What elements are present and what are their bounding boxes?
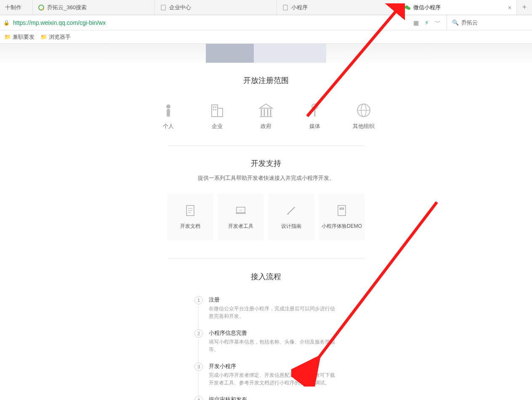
step-number: 4 bbox=[194, 396, 203, 400]
page-icon bbox=[160, 4, 167, 11]
bolt-icon[interactable]: ⚡︎ bbox=[425, 19, 429, 26]
step-desc: 填写小程序基本信息，包括名称、头像、介绍及服务范围等。 bbox=[209, 338, 338, 353]
scope-label: 企业 bbox=[212, 123, 223, 130]
step-title: 小程序信息完善 bbox=[209, 329, 338, 337]
svg-marker-14 bbox=[260, 104, 272, 108]
step-number: 3 bbox=[194, 363, 203, 371]
flow-section: 接入流程 1 注册 在微信公众平台注册小程序，完成注册后可以同步进行信息完善和开… bbox=[0, 259, 532, 400]
new-tab-button[interactable]: + bbox=[517, 0, 532, 15]
qr-icon[interactable]: ▦ bbox=[413, 19, 419, 26]
svg-rect-9 bbox=[218, 108, 223, 117]
svg-text:DEM: DEM bbox=[340, 208, 343, 210]
step-number: 1 bbox=[194, 296, 203, 304]
scope-title: 开放注册范围 bbox=[0, 75, 532, 85]
chevron-down-icon[interactable]: ﹀ bbox=[435, 19, 441, 27]
svg-text:</>: </> bbox=[239, 209, 243, 211]
card-label: 设计指南 bbox=[281, 223, 301, 230]
svg-rect-8 bbox=[212, 105, 218, 117]
scope-personal: 个人 bbox=[155, 101, 182, 130]
bookmark-label: 浏览器手 bbox=[49, 33, 71, 41]
scope-row: 个人 企业 政府 NEWS 媒体 其他组织 bbox=[0, 101, 532, 145]
scope-section: 开放注册范围 个人 企业 政府 NEWS 媒体 其他组织 bbox=[0, 63, 532, 146]
card-docs[interactable]: 开发文档 bbox=[167, 194, 213, 240]
folder-icon: 📁 bbox=[40, 34, 47, 40]
step-register: 1 注册 在微信公众平台注册小程序，完成注册后可以同步进行信息完善和开发。 bbox=[194, 296, 338, 320]
browser-search[interactable]: 🔍 乔拓云 bbox=[447, 15, 529, 30]
scope-label: 政府 bbox=[261, 123, 271, 130]
globe-icon bbox=[355, 101, 372, 119]
cards-row: 开发文档 </> 开发者工具 设计指南 DEM 小程序体验DEMO bbox=[0, 194, 532, 259]
card-design[interactable]: 设计指南 bbox=[268, 194, 314, 240]
svg-point-5 bbox=[407, 7, 410, 9]
bookmark-jianzhi[interactable]: 📁 兼职要发 bbox=[4, 33, 35, 41]
person-icon bbox=[160, 101, 177, 119]
tab-miniprogram[interactable]: 小程序 bbox=[277, 0, 399, 15]
tab-enterprise[interactable]: 企业中心 bbox=[155, 0, 277, 15]
close-icon[interactable]: × bbox=[508, 4, 511, 11]
tab-wechat-mp[interactable]: 微信小程序 × bbox=[399, 0, 517, 15]
step-title: 提交审核和发布 bbox=[209, 396, 338, 400]
scope-label: 个人 bbox=[163, 123, 174, 130]
svg-marker-34 bbox=[287, 214, 289, 215]
hero-banner bbox=[0, 44, 532, 63]
card-label: 小程序体验DEMO bbox=[322, 223, 362, 230]
page-icon bbox=[282, 4, 289, 11]
toolbar-right: ▦ ⚡︎ ﹀ bbox=[413, 19, 443, 27]
card-devtools[interactable]: </> 开发者工具 bbox=[218, 194, 264, 240]
tab-label: 企业中心 bbox=[169, 4, 191, 11]
card-demo[interactable]: DEM 小程序体验DEMO bbox=[319, 194, 365, 240]
svg-rect-3 bbox=[283, 5, 287, 10]
scope-enterprise: 企业 bbox=[204, 101, 231, 130]
card-label: 开发者工具 bbox=[228, 223, 253, 230]
tab-label: 乔拓云_360搜索 bbox=[47, 4, 87, 11]
bookmarks-bar: 📁 兼职要发 📁 浏览器手 bbox=[0, 30, 532, 44]
tab-search[interactable]: 乔拓云_360搜索 bbox=[33, 0, 155, 15]
svg-text:NEWS: NEWS bbox=[312, 106, 317, 108]
svg-point-6 bbox=[166, 104, 170, 109]
bookmark-label: 兼职要发 bbox=[13, 33, 35, 41]
tab-label: 微信小程序 bbox=[413, 4, 441, 11]
government-icon bbox=[257, 101, 275, 119]
step-info: 2 小程序信息完善 填写小程序基本信息，包括名称、头像、介绍及服务范围等。 bbox=[194, 329, 338, 353]
step-desc: 完成小程序开发者绑定、开发信息配置后，开发者可下载开发者工具、参考开发文档进行小… bbox=[209, 371, 338, 387]
hero-image-placeholder bbox=[206, 44, 326, 63]
step-connector bbox=[198, 339, 199, 362]
step-title: 注册 bbox=[209, 296, 338, 304]
page-content: 开放注册范围 个人 企业 政府 NEWS 媒体 其他组织 bbox=[0, 44, 532, 400]
card-label: 开发文档 bbox=[180, 223, 200, 230]
step-number: 2 bbox=[194, 329, 203, 338]
flow-title: 接入流程 bbox=[0, 272, 532, 282]
folder-icon: 📁 bbox=[4, 34, 11, 40]
step-connector bbox=[198, 306, 199, 328]
step-title: 开发小程序 bbox=[209, 363, 338, 370]
building-icon bbox=[208, 101, 226, 119]
scope-other: 其他组织 bbox=[350, 101, 377, 130]
scope-label: 其他组织 bbox=[353, 123, 375, 130]
scope-government: 政府 bbox=[253, 101, 279, 130]
demo-icon: DEM bbox=[335, 204, 348, 217]
browser-tab-bar: 十制作 乔拓云_360搜索 企业中心 小程序 微信小程序 × + bbox=[0, 0, 532, 15]
address-bar: 🔒 ▦ ⚡︎ ﹀ 🔍 乔拓云 bbox=[0, 15, 532, 30]
search-text: 乔拓云 bbox=[461, 19, 478, 27]
svg-rect-10 bbox=[213, 107, 214, 108]
tab-label: 十制作 bbox=[5, 4, 21, 11]
svg-line-33 bbox=[288, 207, 295, 214]
svg-rect-35 bbox=[338, 205, 346, 216]
step-desc: 在微信公众平台注册小程序，完成注册后可以同步进行信息完善和开发。 bbox=[209, 305, 338, 320]
microphone-icon: NEWS bbox=[306, 101, 324, 119]
step-publish: 4 提交审核和发布 完成小程序开发后，提交代码至微信团队审核，审核通过后即可发布… bbox=[194, 396, 338, 400]
step-develop: 3 开发小程序 完成小程序开发者绑定、开发信息配置后，开发者可下载开发者工具、参… bbox=[194, 363, 338, 387]
pencil-icon bbox=[285, 204, 298, 217]
svg-rect-12 bbox=[213, 109, 214, 110]
qihoo-icon bbox=[38, 4, 45, 11]
tab-design[interactable]: 十制作 bbox=[0, 0, 33, 15]
url-input[interactable] bbox=[13, 19, 410, 26]
svg-point-1 bbox=[42, 8, 44, 10]
scope-media: NEWS 媒体 bbox=[301, 101, 328, 130]
support-title: 开发支持 bbox=[0, 158, 532, 168]
scope-label: 媒体 bbox=[309, 123, 320, 130]
step-connector bbox=[198, 373, 199, 395]
bookmark-browser[interactable]: 📁 浏览器手 bbox=[40, 33, 71, 41]
tab-label: 小程序 bbox=[291, 4, 308, 11]
steps-list: 1 注册 在微信公众平台注册小程序，完成注册后可以同步进行信息完善和开发。 2 … bbox=[194, 296, 338, 400]
